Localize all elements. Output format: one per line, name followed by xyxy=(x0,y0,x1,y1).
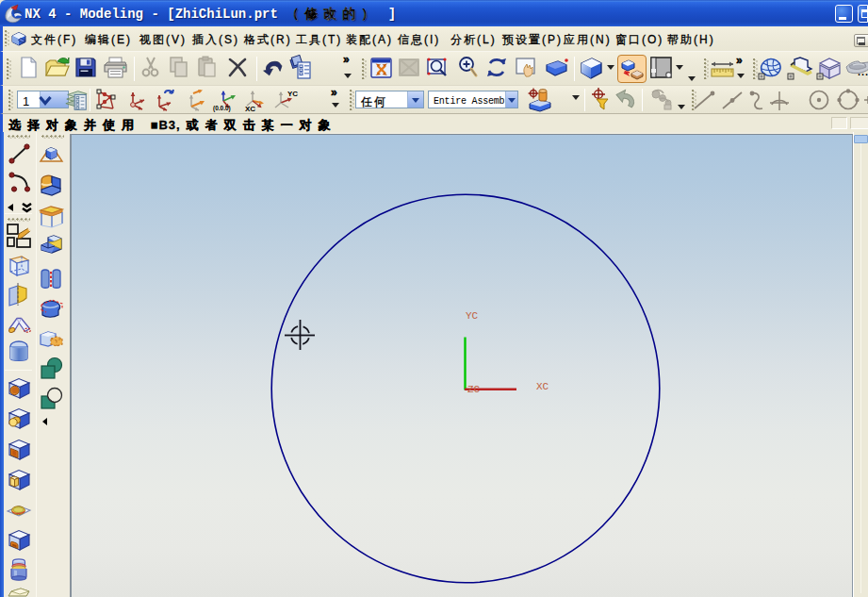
svg-text:ZC: ZC xyxy=(467,384,481,395)
svg-text:(0.0.0): (0.0.0) xyxy=(213,105,231,112)
svg-text:XC: XC xyxy=(536,381,549,392)
svg-text:YC: YC xyxy=(287,90,298,98)
svg-text:XC: XC xyxy=(245,105,255,112)
svg-text:YC: YC xyxy=(466,310,479,322)
